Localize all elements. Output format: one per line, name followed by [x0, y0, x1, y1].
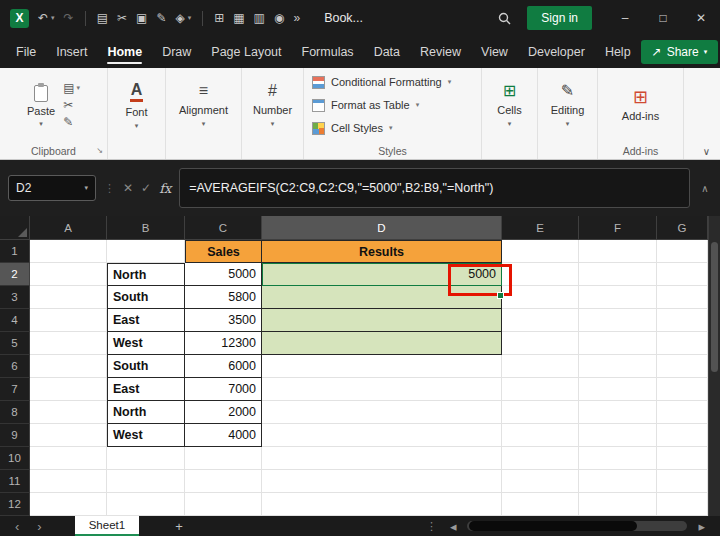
cell-F4[interactable] — [579, 309, 657, 332]
font-group-button[interactable]: A Font ▾ — [108, 68, 166, 159]
workbook-title[interactable]: Book... — [324, 11, 363, 25]
cell-F2[interactable] — [579, 263, 657, 286]
cell-C11[interactable] — [185, 470, 262, 493]
cell-A2[interactable] — [30, 263, 107, 286]
select-all-button[interactable] — [0, 216, 30, 240]
cell-A5[interactable] — [30, 332, 107, 355]
undo-icon[interactable]: ↶ — [38, 12, 48, 24]
chart-icon[interactable]: ▥ — [254, 12, 265, 24]
menu-tab-help[interactable]: Help — [595, 37, 641, 67]
cell-styles-button[interactable]: Cell Styles ▾ — [312, 117, 481, 139]
cell-F6[interactable] — [579, 355, 657, 378]
cell-G8[interactable] — [657, 401, 708, 424]
cell-B3[interactable]: South — [107, 286, 185, 309]
cut-button[interactable]: ✂ — [63, 99, 73, 111]
cell-G12[interactable] — [657, 493, 708, 516]
menu-tab-insert[interactable]: Insert — [46, 37, 97, 67]
cell-F7[interactable] — [579, 378, 657, 401]
cell-G6[interactable] — [657, 355, 708, 378]
menu-tab-draw[interactable]: Draw — [152, 37, 201, 67]
cell-E4[interactable] — [502, 309, 579, 332]
cell-E8[interactable] — [502, 401, 579, 424]
row-header-2[interactable]: 2 — [0, 263, 30, 286]
clipboard-dialog-launcher-icon[interactable]: ↘ — [96, 146, 103, 155]
hscroll-right-icon[interactable]: ▸ — [689, 520, 714, 533]
cell-C9[interactable]: 4000 — [185, 424, 262, 447]
format-as-table-button[interactable]: Format as Table ▾ — [312, 94, 481, 116]
cell-D4[interactable] — [262, 309, 502, 332]
cell-D12[interactable] — [262, 493, 502, 516]
conditional-formatting-button[interactable]: Conditional Formatting ▾ — [312, 71, 481, 93]
formula-input[interactable]: =AVERAGEIFS(C2:C9,C2:C9,"=5000",B2:B9,"=… — [179, 168, 690, 208]
menu-tab-file[interactable]: File — [6, 37, 46, 67]
row-header-4[interactable]: 4 — [0, 309, 30, 332]
cell-E7[interactable] — [502, 378, 579, 401]
horizontal-scrollbar-thumb[interactable] — [469, 521, 637, 531]
cell-F1[interactable] — [579, 240, 657, 263]
cell-F11[interactable] — [579, 470, 657, 493]
cell-A12[interactable] — [30, 493, 107, 516]
share-button[interactable]: ↗ Share ▾ — [641, 40, 719, 64]
row-header-10[interactable]: 10 — [0, 447, 30, 470]
cell-F5[interactable] — [579, 332, 657, 355]
vertical-scrollbar[interactable] — [708, 216, 720, 516]
fill-handle[interactable] — [497, 292, 504, 299]
sheet-nav-right-icon[interactable]: › — [28, 520, 50, 533]
cell-D5[interactable] — [262, 332, 502, 355]
cell-C5[interactable]: 12300 — [185, 332, 262, 355]
freeze-panes-icon[interactable]: ▦ — [233, 12, 244, 24]
cell-F10[interactable] — [579, 447, 657, 470]
cell-G2[interactable] — [657, 263, 708, 286]
cancel-entry-icon[interactable]: ✕ — [123, 181, 133, 195]
row-header-3[interactable]: 3 — [0, 286, 30, 309]
cell-C12[interactable] — [185, 493, 262, 516]
new-sheet-button[interactable]: + — [169, 519, 189, 534]
cell-A4[interactable] — [30, 309, 107, 332]
cell-B2[interactable]: North — [107, 263, 185, 286]
cut-scissors-icon[interactable]: ✂ — [117, 12, 127, 24]
minimize-button[interactable]: – — [606, 0, 644, 36]
column-header-G[interactable]: G — [657, 216, 708, 240]
cells-group-button[interactable]: ⊞ Cells ▾ — [482, 68, 538, 159]
cell-D6[interactable] — [262, 355, 502, 378]
cell-F9[interactable] — [579, 424, 657, 447]
camera-icon[interactable]: ◉ — [274, 12, 284, 24]
cell-E11[interactable] — [502, 470, 579, 493]
cell-E12[interactable] — [502, 493, 579, 516]
cell-A10[interactable] — [30, 447, 107, 470]
name-box[interactable]: D2 ▾ — [8, 175, 96, 201]
cell-A6[interactable] — [30, 355, 107, 378]
column-header-D[interactable]: D — [262, 216, 502, 240]
collapse-ribbon-icon[interactable]: ∨ — [703, 146, 710, 157]
cell-A9[interactable] — [30, 424, 107, 447]
cell-E6[interactable] — [502, 355, 579, 378]
hscroll-left-icon[interactable]: ◂ — [441, 520, 466, 533]
cell-C6[interactable]: 6000 — [185, 355, 262, 378]
row-header-6[interactable]: 6 — [0, 355, 30, 378]
cell-C4[interactable]: 3500 — [185, 309, 262, 332]
expand-formula-bar-icon[interactable]: ∧ — [698, 183, 712, 194]
row-header-5[interactable]: 5 — [0, 332, 30, 355]
row-header-7[interactable]: 7 — [0, 378, 30, 401]
name-box-caret-icon[interactable]: ▾ — [84, 184, 88, 192]
cell-B1[interactable] — [107, 240, 185, 263]
formula-bar-resize-handle[interactable]: ⋮ — [104, 182, 115, 195]
row-header-12[interactable]: 12 — [0, 493, 30, 516]
cell-A11[interactable] — [30, 470, 107, 493]
sheetbar-dots-icon[interactable]: ⋮ — [426, 520, 437, 533]
cell-F12[interactable] — [579, 493, 657, 516]
cell-B12[interactable] — [107, 493, 185, 516]
insert-function-icon[interactable]: fx — [159, 181, 171, 196]
number-group-button[interactable]: # Number ▾ — [242, 68, 304, 159]
cell-G10[interactable] — [657, 447, 708, 470]
menu-tab-review[interactable]: Review — [410, 37, 471, 67]
table-icon[interactable]: ⊞ — [214, 12, 224, 24]
search-icon[interactable] — [498, 12, 511, 25]
alignment-group-button[interactable]: ≡ Alignment ▾ — [166, 68, 242, 159]
maximize-button[interactable]: □ — [644, 0, 682, 36]
more-commands-icon[interactable]: » — [293, 12, 300, 24]
redo-icon[interactable]: ↷ — [64, 12, 74, 24]
row-header-1[interactable]: 1 — [0, 240, 30, 263]
cell-C10[interactable] — [185, 447, 262, 470]
paste-clipboard-icon[interactable]: ▣ — [136, 12, 147, 24]
